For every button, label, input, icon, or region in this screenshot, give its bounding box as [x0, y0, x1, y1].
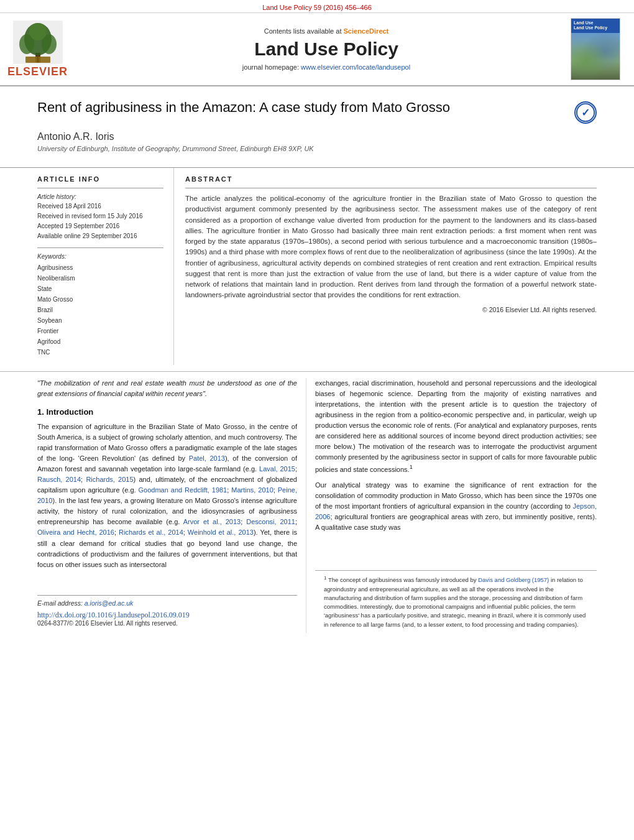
journal-title: Land Use Policy: [254, 39, 398, 60]
sciencedirect-link[interactable]: ScienceDirect: [344, 27, 389, 35]
crossmark: ✓: [574, 101, 597, 124]
abstract-text: The article analyzes the political-econo…: [185, 193, 597, 301]
elsevier-logo: ELSEVIER: [7, 21, 68, 78]
doi-link[interactable]: http://dx.doi.org/10.1016/j.landusepol.2…: [37, 611, 190, 619]
elsevier-tree-logo: [13, 21, 63, 64]
ref-desconsi[interactable]: Desconsi, 2011: [246, 518, 295, 525]
article-header: Rent of agribusiness in the Amazon: A ca…: [0, 86, 634, 167]
email-line: E-mail address: a.ioris@ed.ac.uk: [37, 599, 297, 607]
crossmark-circle: ✓: [574, 101, 597, 124]
journal-cover: Land Use Land Use Policy: [571, 18, 620, 80]
keyword-brazil: Brazil: [37, 305, 163, 315]
col-left: "The mobilization of rent and real estat…: [37, 378, 306, 633]
received-date: Received 18 April 2016: [37, 203, 101, 210]
ref-arvor[interactable]: Arvor et al., 2013: [183, 518, 241, 525]
footnote-text: The concept of agribusiness was famously…: [324, 576, 586, 627]
ref-jepson[interactable]: Jepson, 2006: [315, 502, 597, 520]
section1-heading: 1. Introduction: [37, 407, 297, 417]
header-center: Contents lists available at ScienceDirec…: [88, 18, 564, 80]
ref-oliveira[interactable]: Oliveira and Hecht, 2016: [37, 528, 114, 536]
page-container: Land Use Policy 59 (2016) 456–466: [0, 0, 634, 840]
main-content: "The mobilization of rent and real estat…: [0, 371, 634, 633]
email-link[interactable]: a.ioris@ed.ac.uk: [85, 599, 133, 607]
superscript-1: 1: [410, 464, 413, 470]
issn-line: 0264-8377/© 2016 Elsevier Ltd. All right…: [37, 620, 297, 627]
keyword-neoliberalism: Neoliberalism: [37, 273, 163, 284]
ref-richards2[interactable]: Richards et al., 2014: [119, 528, 183, 536]
keyword-mato-grosso: Mato Grosso: [37, 294, 163, 305]
article-title: Rent of agribusiness in the Amazon: A ca…: [37, 99, 562, 117]
keyword-soybean: Soybean: [37, 315, 163, 326]
ref-weinhold[interactable]: Weinhold et al., 2013: [188, 528, 254, 536]
author-affiliation: University of Edinburgh, Institute of Ge…: [37, 145, 597, 152]
history-label: Article history:: [37, 193, 163, 200]
footnote-number: 1: [324, 575, 326, 581]
header-right: Land Use Land Use Policy: [571, 18, 627, 80]
tree-svg: [13, 21, 63, 64]
ref-goodman[interactable]: Goodman and Redclift, 1981: [139, 486, 227, 494]
keyword-tnc: TNC: [37, 347, 163, 358]
right-para-2: Our analytical strategy was to examine t…: [315, 480, 597, 533]
ref-davis-goldberg[interactable]: Davis and Goldberg (1957): [478, 576, 549, 583]
ref-patel[interactable]: Patel, 2013: [189, 455, 225, 462]
ref-rausch[interactable]: Rausch, 2014: [37, 476, 81, 483]
copyright-line: © 2016 Elsevier Ltd. All rights reserved…: [185, 306, 597, 313]
article-title-container: Rent of agribusiness in the Amazon: A ca…: [37, 99, 597, 124]
col-right: exchanges, racial discrimination, househ…: [306, 378, 597, 633]
article-info: ARTICLE INFO Article history: Received 1…: [37, 168, 174, 365]
header-left: ELSEVIER: [7, 18, 82, 80]
header-section: ELSEVIER Contents lists available at Sci…: [0, 13, 634, 86]
accepted-date: Accepted 19 September 2016: [37, 223, 119, 229]
abstract-section: ABSTRACT The article analyzes the politi…: [174, 168, 597, 365]
article-body-top: ARTICLE INFO Article history: Received 1…: [0, 167, 634, 365]
ref-richards[interactable]: Richards, 2015: [86, 476, 133, 483]
homepage-line: journal homepage: www.elsevier.com/locat…: [242, 63, 410, 71]
keywords-label: Keywords:: [37, 253, 163, 260]
keyword-state: State: [37, 284, 163, 294]
ref-laval[interactable]: Laval, 2015: [259, 465, 295, 473]
svg-point-4: [29, 23, 47, 40]
left-footer: E-mail address: a.ioris@ed.ac.uk http://…: [37, 595, 297, 627]
abstract-title: ABSTRACT: [185, 175, 597, 183]
right-para-1: exchanges, racial discrimination, househ…: [315, 378, 597, 475]
author-name: Antonio A.R. Ioris: [37, 131, 597, 142]
homepage-link[interactable]: www.elsevier.com/locate/landusepol: [301, 63, 410, 71]
cover-title: Land Use Land Use Policy: [571, 19, 620, 33]
quote-block: "The mobilization of rent and real estat…: [37, 378, 297, 399]
journal-volume-info: Land Use Policy 59 (2016) 456–466: [262, 4, 372, 11]
elsevier-wordmark: ELSEVIER: [7, 65, 68, 78]
sciencedirect-line: Contents lists available at ScienceDirec…: [264, 27, 389, 35]
keywords-list: Agribusiness Neoliberalism State Mato Gr…: [37, 262, 163, 358]
top-bar: Land Use Policy 59 (2016) 456–466: [0, 0, 634, 13]
article-info-title: ARTICLE INFO: [37, 175, 163, 183]
svg-text:✓: ✓: [581, 107, 590, 119]
ref-martins[interactable]: Martins, 2010: [231, 486, 273, 494]
intro-paragraph: The expansion of agriculture in the Braz…: [37, 422, 297, 570]
received-revised-date: Received in revised form 15 July 2016: [37, 213, 143, 219]
cover-image: [571, 33, 620, 80]
available-date: Available online 29 September 2016: [37, 233, 137, 239]
keyword-agrifood: Agrifood: [37, 336, 163, 347]
article-dates: Received 18 April 2016 Received in revis…: [37, 201, 163, 241]
keyword-agribusiness: Agribusiness: [37, 262, 163, 273]
footnote-section: 1 The concept of agribusiness was famous…: [315, 570, 597, 633]
keyword-frontier: Frontier: [37, 326, 163, 336]
